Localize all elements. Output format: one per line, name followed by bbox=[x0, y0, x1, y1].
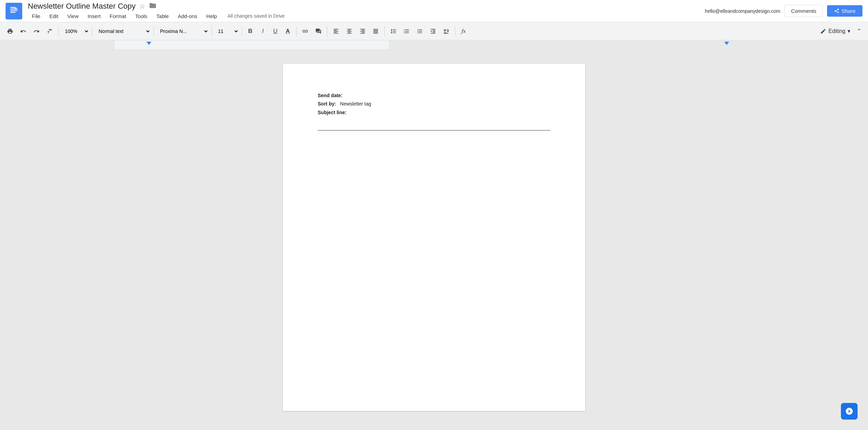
editing-mode-label: Editing bbox=[828, 28, 845, 34]
bulleted-list-icon bbox=[417, 28, 423, 34]
print-icon bbox=[7, 28, 13, 34]
autosave-status: All changes saved in Drive bbox=[227, 13, 285, 19]
share-icon bbox=[834, 8, 840, 14]
font-size-select[interactable]: 11 8 9 10 12 14 18 24 36 bbox=[215, 25, 239, 37]
separator-6 bbox=[296, 26, 297, 36]
comments-button[interactable]: Comments bbox=[784, 5, 823, 17]
separator-3 bbox=[153, 26, 154, 36]
separator-7 bbox=[327, 26, 327, 36]
align-right-icon bbox=[359, 28, 366, 34]
menu-edit[interactable]: Edit bbox=[45, 12, 62, 20]
align-center-button[interactable] bbox=[343, 25, 355, 37]
separator-1 bbox=[58, 26, 59, 36]
menu-insert[interactable]: Insert bbox=[83, 12, 105, 20]
separator-9 bbox=[455, 26, 455, 36]
sort-by-line: Sort by: Newsletter tag bbox=[318, 100, 550, 108]
subject-line-line: Subject line: bbox=[318, 109, 550, 116]
subject-line-label: Subject line: bbox=[318, 110, 347, 115]
align-left-button[interactable] bbox=[330, 25, 342, 37]
toolbar: 100% 75% 50% 125% 150% 200% Normal text … bbox=[0, 22, 868, 40]
editing-mode-button[interactable]: Editing ▾ bbox=[817, 26, 853, 36]
line-spacing-button[interactable] bbox=[387, 25, 399, 37]
numbered-list-button[interactable] bbox=[401, 25, 412, 37]
collapse-toolbar-button[interactable]: ⌃ bbox=[854, 26, 864, 36]
link-icon bbox=[302, 28, 308, 34]
docs-icon bbox=[9, 6, 19, 16]
share-label: Share bbox=[842, 8, 856, 14]
send-date-label: Send date: bbox=[318, 93, 343, 98]
ruler-marker-left[interactable] bbox=[147, 42, 151, 45]
smart-compose-icon bbox=[845, 407, 853, 415]
smart-compose-button[interactable] bbox=[841, 403, 858, 420]
main-area: Send date: Sort by: Newsletter tag Subje… bbox=[0, 50, 868, 423]
font-select[interactable]: Proxima N... Arial Georgia Times New Rom… bbox=[157, 25, 209, 37]
style-select[interactable]: Normal text Heading 1 Heading 2 Heading … bbox=[95, 25, 151, 37]
menu-addons[interactable]: Add-ons bbox=[174, 12, 201, 20]
clear-formatting-button[interactable]: 𝑓x bbox=[458, 25, 469, 37]
paint-format-icon bbox=[47, 28, 53, 34]
redo-icon bbox=[33, 28, 40, 34]
underline-button[interactable]: U bbox=[270, 25, 281, 37]
top-right: hello@elleandcompanydesign.com Comments … bbox=[705, 0, 862, 22]
edit-pencil-icon bbox=[820, 28, 826, 34]
top-bar: Newsletter Outline Master Copy ☆ File Ed… bbox=[0, 0, 868, 22]
insert-comment-button[interactable] bbox=[312, 25, 324, 37]
doc-divider bbox=[318, 130, 550, 130]
italic-button[interactable]: I bbox=[257, 25, 268, 37]
share-button[interactable]: Share bbox=[827, 5, 862, 17]
decrease-indent-button[interactable] bbox=[427, 25, 439, 37]
ruler bbox=[0, 40, 868, 50]
decrease-indent-icon bbox=[430, 28, 436, 34]
menu-view[interactable]: View bbox=[63, 12, 83, 20]
sort-by-label: Sort by: bbox=[318, 101, 336, 107]
folder-icon[interactable] bbox=[149, 2, 157, 11]
line-spacing-icon bbox=[390, 28, 397, 34]
zoom-select[interactable]: 100% 75% 50% 125% 150% 200% bbox=[61, 25, 89, 37]
document[interactable]: Send date: Sort by: Newsletter tag Subje… bbox=[283, 64, 585, 411]
ruler-inner bbox=[0, 40, 868, 50]
sort-by-value: Newsletter tag bbox=[337, 101, 371, 107]
menu-file[interactable]: File bbox=[28, 12, 44, 20]
bold-button[interactable]: B bbox=[245, 25, 256, 37]
align-left-icon bbox=[333, 28, 339, 34]
numbered-list-icon bbox=[403, 28, 410, 34]
doc-title[interactable]: Newsletter Outline Master Copy bbox=[28, 2, 136, 11]
separator-5 bbox=[242, 26, 242, 36]
send-date-line: Send date: bbox=[318, 92, 550, 99]
menu-format[interactable]: Format bbox=[106, 12, 131, 20]
separator-2 bbox=[92, 26, 92, 36]
editing-mode-chevron: ▾ bbox=[848, 28, 850, 34]
undo-icon bbox=[20, 28, 26, 34]
increase-indent-icon bbox=[443, 28, 449, 34]
separator-8 bbox=[384, 26, 385, 36]
app-icon bbox=[6, 3, 22, 19]
align-right-button[interactable] bbox=[357, 25, 368, 37]
menu-help[interactable]: Help bbox=[202, 12, 221, 20]
insert-link-button[interactable] bbox=[299, 25, 311, 37]
align-center-icon bbox=[346, 28, 352, 34]
paint-format-button[interactable] bbox=[44, 25, 56, 37]
bulleted-list-button[interactable] bbox=[414, 25, 426, 37]
comment-icon bbox=[315, 28, 322, 34]
ruler-marker-right[interactable] bbox=[724, 42, 729, 45]
menu-table[interactable]: Table bbox=[152, 12, 173, 20]
separator-4 bbox=[211, 26, 212, 36]
text-color-button[interactable]: A bbox=[282, 25, 293, 37]
print-button[interactable] bbox=[4, 25, 16, 37]
user-email[interactable]: hello@elleandcompanydesign.com bbox=[705, 8, 780, 14]
redo-button[interactable] bbox=[31, 25, 42, 37]
undo-button[interactable] bbox=[17, 25, 29, 37]
svg-rect-3 bbox=[10, 12, 16, 12]
justify-icon bbox=[373, 28, 379, 34]
justify-button[interactable] bbox=[370, 25, 382, 37]
svg-rect-2 bbox=[10, 10, 18, 11]
increase-indent-button[interactable] bbox=[440, 25, 452, 37]
star-icon[interactable]: ☆ bbox=[139, 2, 145, 10]
menu-tools[interactable]: Tools bbox=[131, 12, 151, 20]
